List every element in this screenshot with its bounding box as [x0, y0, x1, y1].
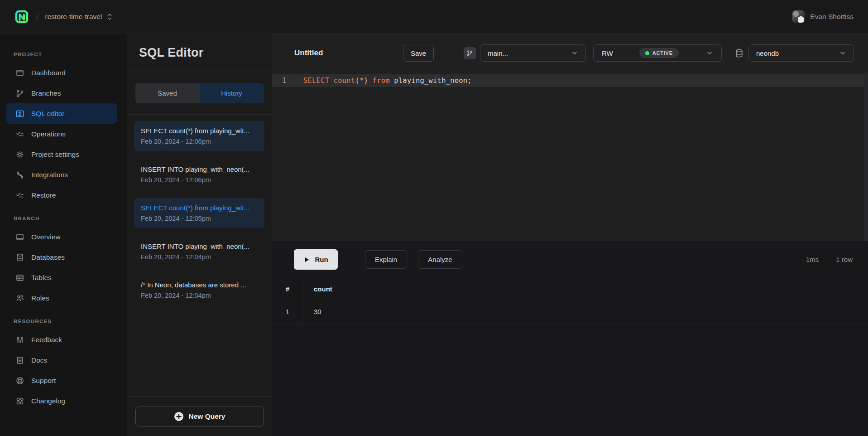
sidebar-section-project: PROJECTDashboardBranchesSQL editorOperat… — [0, 52, 127, 205]
sidebar-item-integrations[interactable]: Integrations — [6, 165, 117, 185]
sidebar-item-feedback[interactable]: Feedback — [6, 329, 117, 350]
query-stats: 1ms 1 row — [806, 256, 854, 263]
panel-footer: New Query — [127, 396, 272, 436]
topbar-left: / restore-time-travel — [14, 9, 113, 25]
tables-icon — [15, 273, 24, 282]
code-editor[interactable]: 1 SELECT count(*) from playing_with_neon… — [272, 73, 868, 241]
breadcrumb-separator: / — [35, 11, 40, 22]
editor-scrollbar[interactable] — [864, 73, 868, 241]
query-duration: 1ms — [806, 256, 819, 263]
status-dot-icon — [645, 51, 649, 55]
history-item[interactable]: INSERT INTO playing_with_neon(...Feb 20,… — [134, 160, 264, 190]
history-item[interactable]: SELECT count(*) from playing_wit...Feb 2… — [134, 121, 264, 151]
chevron-down-icon — [706, 49, 713, 57]
history-query-text: INSERT INTO playing_with_neon(... — [141, 165, 258, 173]
sidebar-item-support[interactable]: Support — [6, 370, 117, 391]
tab-history[interactable]: History — [200, 83, 264, 103]
sidebar-item-label: SQL editor — [31, 110, 65, 118]
main-area: Untitled Save — [272, 34, 868, 436]
user-menu[interactable]: Evan Shortiss — [792, 10, 854, 23]
branch-select-value: main... — [488, 49, 508, 57]
topbar-right: Evan Shortiss — [792, 10, 854, 23]
sidebar-item-operations[interactable]: Operations — [6, 124, 117, 144]
sidebar-item-label: Docs — [31, 356, 47, 364]
compute-select[interactable]: RW ACTIVE — [593, 44, 722, 62]
history-timestamp: Feb 20, 2024 - 12:04pm — [141, 292, 258, 299]
editor-header-left: Untitled Save — [272, 34, 450, 73]
sidebar-item-branches[interactable]: Branches — [6, 83, 117, 103]
code-token-keyword: count — [334, 77, 355, 85]
explain-button[interactable]: Explain — [365, 250, 407, 269]
plus-circle-icon — [174, 412, 184, 421]
panel-header: SQL Editor — [127, 34, 272, 72]
query-title: Untitled — [294, 48, 323, 58]
new-query-label: New Query — [189, 412, 225, 421]
branch-select[interactable]: main... — [480, 44, 586, 62]
compute-status-badge: ACTIVE — [639, 48, 679, 58]
sidebar-item-docs[interactable]: Docs — [6, 350, 117, 370]
history-list: SELECT count(*) from playing_wit...Feb 2… — [127, 115, 272, 396]
sidebar-item-label: Dashboard — [31, 69, 66, 77]
run-label: Run — [315, 256, 328, 263]
database-select[interactable]: neondb — [748, 44, 854, 62]
sidebar-item-dashboard[interactable]: Dashboard — [6, 63, 117, 83]
sidebar-item-label: Restore — [31, 191, 56, 199]
table-row: 130 — [272, 299, 868, 324]
code-token-keyword: SELECT — [303, 77, 329, 85]
sql-code: SELECT count(*) from playing_with_neon; — [303, 77, 472, 85]
sidebar-item-label: Integrations — [31, 171, 68, 179]
sidebar-item-label: Changelog — [31, 397, 65, 405]
editor-header: Untitled Save — [272, 34, 868, 73]
changelog-icon — [15, 397, 24, 406]
feedback-icon — [15, 335, 24, 344]
editor-pane: Untitled Save — [272, 34, 868, 241]
history-item[interactable]: SELECT count(*) from playing_wit...Feb 2… — [134, 198, 264, 228]
code-line: 1 SELECT count(*) from playing_with_neon… — [272, 74, 868, 87]
new-query-button[interactable]: New Query — [135, 407, 264, 426]
sidebar-item-project-settings[interactable]: Project settings — [6, 144, 117, 165]
sidebar-item-databases[interactable]: Databases — [6, 247, 117, 267]
neon-logo[interactable] — [14, 9, 30, 25]
project-switcher[interactable]: restore-time-travel — [45, 13, 113, 21]
row-index-cell: 1 — [272, 299, 303, 324]
sidebar-item-label: Support — [31, 377, 56, 385]
restore-icon — [15, 191, 24, 200]
tab-saved[interactable]: Saved — [135, 83, 200, 103]
result-row-count: 1 row — [836, 256, 853, 263]
sql-editor-icon — [15, 109, 24, 118]
sidebar-item-changelog[interactable]: Changelog — [6, 391, 117, 411]
branch-icon-button[interactable] — [464, 47, 476, 59]
sidebar-item-roles[interactable]: Roles — [6, 288, 117, 308]
sidebar-item-restore[interactable]: Restore — [6, 185, 117, 205]
chevron-updown-icon — [106, 13, 113, 21]
history-query-text: INSERT INTO playing_with_neon(... — [141, 242, 258, 250]
chevron-down-icon — [839, 49, 846, 57]
table-cell: 30 — [303, 308, 321, 315]
code-token-plain: ( — [355, 77, 360, 85]
user-name: Evan Shortiss — [810, 13, 854, 21]
operations-icon — [15, 130, 24, 139]
run-button[interactable]: Run — [294, 249, 338, 270]
results-header-row: #count — [272, 279, 868, 299]
sidebar-item-overview[interactable]: Overview — [6, 227, 117, 247]
app-body: PROJECTDashboardBranchesSQL editorOperat… — [0, 34, 868, 436]
support-icon — [15, 376, 24, 385]
query-toolbar: Run Explain Analyze 1ms 1 row — [272, 241, 868, 270]
history-item[interactable]: INSERT INTO playing_with_neon(...Feb 20,… — [134, 237, 264, 267]
history-timestamp: Feb 20, 2024 - 12:04pm — [141, 253, 258, 261]
history-item[interactable]: /* In Neon, databases are stored ...Feb … — [134, 275, 264, 305]
sidebar-item-label: Databases — [31, 253, 65, 262]
compute-select-value: RW — [602, 49, 613, 57]
sidebar-item-label: Roles — [31, 294, 49, 302]
sidebar-section-resources: RESOURCESFeedbackDocsSupportChangelog — [0, 319, 127, 411]
save-button[interactable]: Save — [403, 45, 434, 62]
avatar — [792, 10, 805, 23]
play-icon — [303, 257, 310, 263]
analyze-button[interactable]: Analyze — [418, 250, 462, 269]
database-icon — [734, 48, 744, 58]
sidebar-item-label: Operations — [31, 130, 66, 138]
sidebar-item-sql-editor[interactable]: SQL editor — [6, 103, 117, 124]
sidebar-item-tables[interactable]: Tables — [6, 267, 117, 288]
code-token-plain — [329, 77, 334, 85]
sidebar-item-label: Tables — [31, 274, 52, 282]
